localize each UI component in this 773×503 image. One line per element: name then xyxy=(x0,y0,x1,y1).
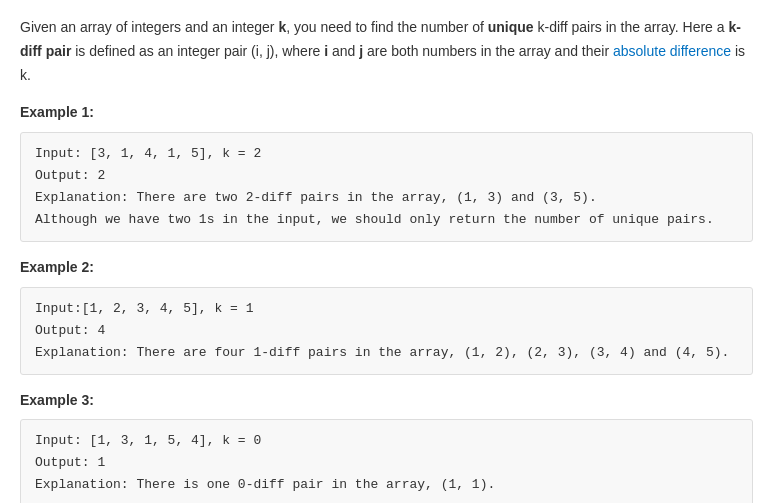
desc-part5: are both numbers in the array and their xyxy=(363,43,613,59)
example-3-line-0: Input: [1, 3, 1, 5, 4], k = 0 xyxy=(35,430,738,452)
example-2-block: Input:[1, 2, 3, 4, 5], k = 1 Output: 4 E… xyxy=(20,287,753,375)
example-3-line-1: Output: 1 xyxy=(35,452,738,474)
example-2-line-1: Output: 4 xyxy=(35,320,738,342)
example-3-line-2: Explanation: There is one 0-diff pair in… xyxy=(35,474,738,496)
example-2-title: Example 2: xyxy=(20,256,753,278)
example-1-line-1: Output: 2 xyxy=(35,165,738,187)
desc-part4: is defined as an integer pair (i, j), wh… xyxy=(71,43,324,59)
desc-part3: k-diff pairs in the array. Here a xyxy=(534,19,729,35)
desc-unique: unique xyxy=(488,19,534,35)
desc-part1: Given an array of integers and an intege… xyxy=(20,19,278,35)
desc-part2: , you need to find the number of xyxy=(286,19,488,35)
example-2-line-2: Explanation: There are four 1-diff pairs… xyxy=(35,342,738,364)
examples-container: Example 1: Input: [3, 1, 4, 1, 5], k = 2… xyxy=(20,101,753,503)
example-1-title: Example 1: xyxy=(20,101,753,123)
example-3-block: Input: [1, 3, 1, 5, 4], k = 0 Output: 1 … xyxy=(20,419,753,503)
abs-diff-link[interactable]: absolute difference xyxy=(613,43,731,59)
example-1-block: Input: [3, 1, 4, 1, 5], k = 2 Output: 2 … xyxy=(20,132,753,242)
desc-and: and xyxy=(328,43,359,59)
example-1-line-2: Explanation: There are two 2-diff pairs … xyxy=(35,187,738,209)
example-1-line-3: Although we have two 1s in the input, we… xyxy=(35,209,738,231)
example-1-line-0: Input: [3, 1, 4, 1, 5], k = 2 xyxy=(35,143,738,165)
description: Given an array of integers and an intege… xyxy=(20,16,753,87)
example-3-title: Example 3: xyxy=(20,389,753,411)
example-2-line-0: Input:[1, 2, 3, 4, 5], k = 1 xyxy=(35,298,738,320)
